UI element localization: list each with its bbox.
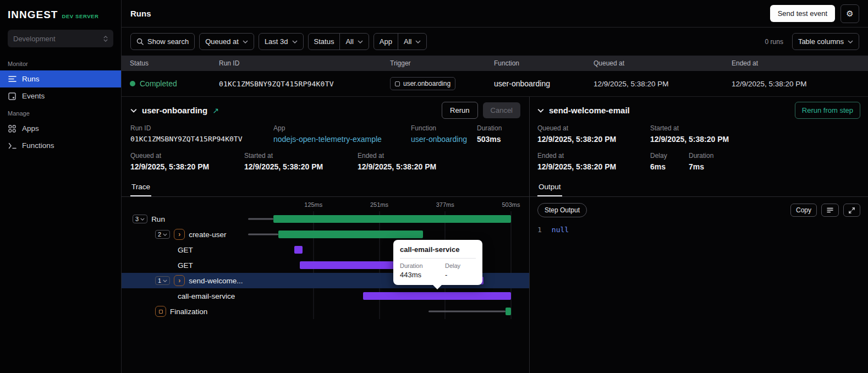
trace-row[interactable]: 3Run: [122, 211, 529, 227]
sidebar-item-runs[interactable]: Runs: [0, 70, 121, 87]
trace-step-name[interactable]: GET: [178, 246, 193, 254]
trace-row-name: 3Run: [122, 215, 248, 223]
table-columns-button[interactable]: Table columns: [792, 33, 859, 50]
run-status-cell: Completed: [130, 79, 219, 88]
sidebar-item-apps[interactable]: Apps: [0, 120, 121, 137]
column-header: Status: [130, 59, 219, 67]
trace-axis-tick: 503ms: [502, 201, 520, 208]
run-title: user-onboarding: [142, 106, 207, 115]
field-started-at: Started at 12/9/2025, 5:38:20 PM: [244, 152, 358, 171]
trace-span-bar[interactable]: [294, 246, 303, 254]
trace-row-name: 2›create-user: [122, 229, 248, 240]
tooltip-duration-value: 443ms: [400, 271, 445, 279]
trace-span-bar[interactable]: [506, 308, 511, 315]
trace-queue-line[interactable]: [428, 311, 506, 312]
trace-queue-line[interactable]: [248, 234, 278, 235]
status-badge: Completed: [140, 79, 177, 88]
trace-axis-tick: 125ms: [304, 201, 322, 208]
runs-count: 0 runs: [765, 38, 783, 46]
tooltip-duration-label: Duration: [400, 262, 445, 269]
field-ended-at: Ended at 12/9/2025, 5:38:20 PM: [358, 152, 520, 171]
step-details-header: send-welcome-email Rerun from step: [530, 97, 868, 121]
app-link[interactable]: nodejs-open-telemetry-example: [273, 135, 411, 144]
time-range-filter[interactable]: Last 3d: [259, 33, 304, 50]
chevron-down-icon: [243, 40, 248, 43]
ended-at-cell: 12/9/2025, 5:38:20 PM: [732, 80, 868, 88]
settings-button[interactable]: ⚙: [840, 4, 859, 23]
trace-row-chart: [248, 304, 511, 319]
run-details-pane: user-onboarding ↗ Rerun Cancel Run ID 01…: [122, 97, 529, 373]
trace-collapse-counter[interactable]: 3: [133, 215, 147, 223]
sidebar-item-events[interactable]: Events: [0, 87, 121, 105]
field-app: App nodejs-open-telemetry-example: [273, 124, 411, 144]
trace-span-bar[interactable]: [273, 215, 511, 223]
event-icon: [395, 81, 400, 86]
trace-row-chart: [248, 288, 511, 304]
trace-span-bar[interactable]: [278, 231, 423, 238]
app-filter[interactable]: App All: [373, 33, 427, 50]
trace-step-name[interactable]: create-user: [189, 231, 226, 239]
tab-output[interactable]: Output: [537, 179, 562, 196]
rerun-from-step-button[interactable]: Rerun from step: [795, 102, 860, 119]
copy-button[interactable]: Copy: [790, 204, 817, 217]
trace-step-name[interactable]: GET: [178, 261, 193, 270]
trace-span-bar[interactable]: [363, 292, 511, 300]
expand-button[interactable]: [843, 204, 860, 217]
manage-section-label: Manage: [0, 105, 121, 120]
trace-queue-line[interactable]: [248, 218, 273, 220]
monitor-section-label: Monitor: [0, 55, 121, 70]
step-output-badge[interactable]: Step Output: [537, 203, 587, 217]
app-root: INNGEST DEV SERVER Development Monitor R…: [0, 0, 868, 373]
trace-collapse-counter[interactable]: 2: [155, 230, 170, 239]
trace-collapse-counter[interactable]: 1: [155, 276, 170, 285]
environment-select[interactable]: Development: [8, 30, 113, 47]
trace-section: 125ms251ms377ms503ms 3Run2›create-userGE…: [122, 197, 529, 373]
function-link[interactable]: user-onboarding: [411, 135, 477, 144]
field-duration: Duration 503ms: [477, 124, 520, 144]
send-test-event-button[interactable]: Send test event: [770, 5, 835, 22]
trace-step-name[interactable]: call-email-service: [178, 292, 235, 300]
tab-trace[interactable]: Trace: [130, 179, 151, 196]
trace-step-name[interactable]: send-welcome...: [189, 277, 243, 285]
trigger-badge[interactable]: user.onboarding: [390, 77, 455, 90]
queued-at-filter[interactable]: Queued at: [199, 33, 254, 50]
main-area: Runs Send test event ⚙ Show search Queue…: [122, 0, 868, 373]
tooltip-delay-label: Delay: [445, 262, 476, 269]
external-link-icon[interactable]: ↗: [212, 106, 219, 115]
run-details-tabs: Trace: [122, 179, 529, 197]
collapse-chevron-icon[interactable]: [130, 108, 137, 113]
status-filter-label: Status: [309, 34, 340, 50]
table-row[interactable]: Completed 01KC1ZMSBNY9ZQT415RP94K0TV use…: [122, 71, 868, 97]
app-filter-value[interactable]: All: [398, 34, 426, 50]
sidebar-item-label: Runs: [22, 75, 40, 83]
field-ended-at: Ended at 12/9/2025, 5:38:20 PM: [537, 152, 650, 171]
status-filter-value[interactable]: All: [339, 34, 368, 50]
collapse-chevron-icon[interactable]: [537, 108, 544, 113]
trace-row-name: GET: [122, 246, 248, 254]
status-filter[interactable]: Status All: [308, 33, 369, 50]
trace-row[interactable]: Finalization: [122, 304, 529, 319]
show-search-button[interactable]: Show search: [130, 33, 195, 50]
field-queued-at: Queued at 12/9/2025, 5:38:20 PM: [130, 152, 244, 171]
trace-row-chart: [248, 211, 511, 227]
queued-at-cell: 12/9/2025, 5:38:20 PM: [594, 80, 732, 88]
wrap-lines-button[interactable]: [821, 204, 839, 217]
sidebar-item-label: Events: [22, 92, 45, 100]
trace-step-name[interactable]: Run: [151, 215, 165, 223]
trace-row[interactable]: call-email-service: [122, 288, 529, 304]
trace-axis-tick: 251ms: [370, 201, 388, 208]
step-output-code[interactable]: 1 null: [530, 223, 868, 236]
gear-icon: ⚙: [846, 9, 853, 19]
step-fields-row-1: Queued at 12/9/2025, 5:38:20 PM Started …: [530, 124, 868, 144]
rerun-button[interactable]: Rerun: [442, 102, 477, 119]
line-number: 1: [537, 226, 542, 234]
trigger-cell: user.onboarding: [390, 77, 494, 90]
trace-row-name: Finalization: [122, 306, 248, 317]
step-title: send-welcome-email: [549, 106, 630, 115]
details-split: user-onboarding ↗ Rerun Cancel Run ID 01…: [122, 97, 868, 373]
trace-step-name[interactable]: Finalization: [170, 308, 207, 316]
sidebar-item-functions[interactable]: Functions: [0, 137, 121, 154]
trace-row-name: GET: [122, 261, 248, 270]
field-function: Function user-onboarding: [411, 124, 477, 144]
trace-axis: 125ms251ms377ms503ms: [248, 200, 511, 211]
